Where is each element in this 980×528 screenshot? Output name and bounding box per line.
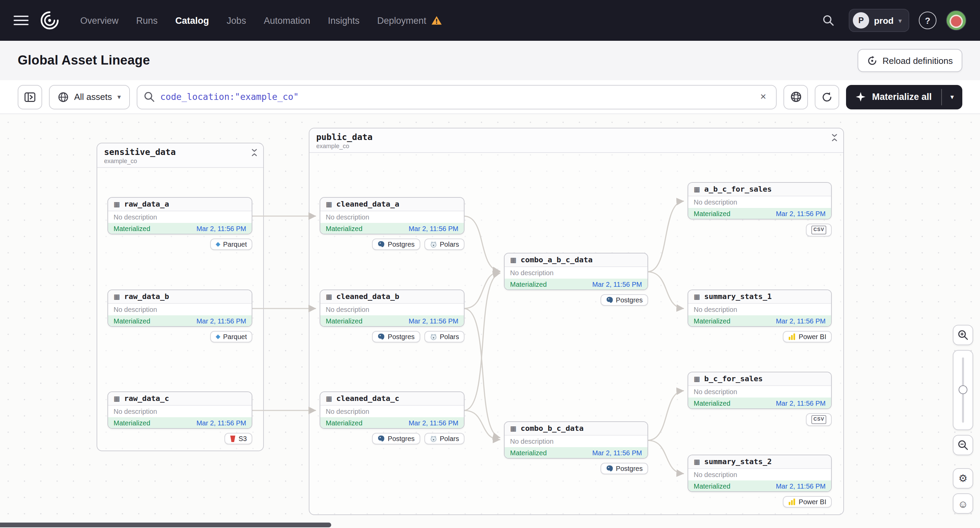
chevron-down-icon: ▾ (898, 17, 902, 24)
asset-card[interactable]: ▦summary_stats_1 No description Material… (687, 290, 832, 327)
asset-card[interactable]: ▦summary_stats_2 No description Material… (687, 455, 832, 492)
asset-card[interactable]: ▦combo_a_b_c_data No description Materia… (504, 253, 648, 290)
nav-item-deployment[interactable]: Deployment (377, 15, 426, 25)
tag-parquet[interactable]: ◆Parquet (210, 238, 252, 250)
menu-icon[interactable] (14, 16, 29, 25)
status-badge: Materialized (694, 317, 730, 325)
tag-polars[interactable]: Polars (424, 331, 465, 342)
asset-card[interactable]: ▦b_c_for_sales No description Materializ… (687, 372, 832, 409)
status-badge: Materialized (114, 225, 150, 232)
asset-card[interactable]: ▦a_b_c_for_sales No description Material… (687, 182, 832, 219)
dagster-logo[interactable] (38, 9, 61, 32)
deployment-switcher[interactable]: P prod ▾ (849, 9, 909, 32)
materialize-options-caret[interactable]: ▾ (942, 85, 963, 109)
graph-settings-icon[interactable] (783, 85, 808, 109)
asset-node-b-c-for-sales: ▦b_c_for_sales No description Materializ… (687, 372, 832, 426)
view-controls: ⚙ ☺ (953, 325, 973, 514)
asset-card[interactable]: ▦cleaned_data_a No description Materiali… (320, 197, 465, 235)
nav-item-runs[interactable]: Runs (136, 15, 158, 25)
materialization-timestamp: Mar 2, 11:56 PM (776, 209, 826, 217)
lineage-toolbar: All assets ▾ × Materialize all ▾ (0, 80, 980, 114)
asset-card[interactable]: ▦raw_data_b No description MaterializedM… (107, 290, 252, 327)
postgres-icon (377, 241, 385, 248)
materialization-timestamp: Mar 2, 11:56 PM (197, 225, 246, 232)
asset-description: No description (504, 267, 648, 279)
asset-card[interactable]: ▦cleaned_data_b No description Materiali… (320, 290, 465, 327)
tag-polars[interactable]: Polars (424, 238, 465, 250)
asset-node-raw-data-b: ▦raw_data_b No description MaterializedM… (107, 290, 252, 342)
search-icon (143, 91, 155, 102)
tag-postgres[interactable]: Postgres (372, 433, 420, 444)
deployment-avatar: P (853, 12, 869, 29)
table-icon: ▦ (326, 201, 332, 208)
reload-definitions-button[interactable]: Reload definitions (857, 49, 963, 72)
help-icon[interactable]: ? (919, 11, 937, 29)
tag-postgres[interactable]: Postgres (372, 331, 420, 342)
tag-postgres[interactable]: Postgres (372, 238, 420, 250)
zoom-in-icon[interactable] (953, 325, 973, 345)
asset-card[interactable]: ▦raw_data_a No description MaterializedM… (107, 197, 252, 235)
status-badge: Materialized (510, 280, 547, 288)
zoom-out-icon[interactable] (953, 435, 973, 455)
asset-description: No description (688, 469, 831, 480)
user-avatar[interactable] (946, 10, 966, 30)
table-icon: ▦ (694, 376, 700, 382)
lineage-canvas[interactable]: sensitive_data example_co public_data ex… (0, 114, 980, 528)
clear-search-icon[interactable]: × (756, 89, 770, 103)
asset-filter-dropdown[interactable]: All assets ▾ (49, 85, 130, 109)
asset-card[interactable]: ▦cleaned_data_c No description Materiali… (320, 392, 465, 429)
tag-csv[interactable]: CSV (806, 413, 832, 426)
postgres-icon (606, 465, 613, 472)
table-icon: ▦ (510, 257, 517, 263)
toggle-sidebar-icon[interactable] (18, 85, 42, 109)
feedback-face-icon[interactable]: ☺ (953, 493, 973, 514)
horizontal-scrollbar[interactable] (0, 523, 331, 527)
asset-description: No description (320, 211, 464, 223)
polars-icon (430, 435, 437, 442)
postgres-icon (377, 333, 385, 341)
status-badge: Materialized (694, 209, 730, 217)
refresh-icon[interactable] (815, 85, 839, 109)
asset-node-summary-stats-2: ▦summary_stats_2 No description Material… (687, 455, 832, 507)
polars-icon (430, 333, 437, 341)
tag-parquet[interactable]: ◆Parquet (210, 331, 252, 342)
asset-card[interactable]: ▦combo_b_c_data No description Materiali… (504, 421, 648, 459)
materialize-all-split-button: Materialize all ▾ (846, 85, 963, 109)
chevron-down-icon: ▾ (117, 93, 121, 101)
nav-item-automation[interactable]: Automation (264, 15, 310, 25)
page-header: Global Asset Lineage Reload definitions (0, 41, 980, 80)
tag-power-bi[interactable]: Power BI (783, 331, 832, 342)
search-icon[interactable] (818, 10, 839, 31)
materialization-timestamp: Mar 2, 11:56 PM (197, 317, 246, 325)
asset-description: No description (108, 211, 251, 223)
nav-item-jobs[interactable]: Jobs (227, 15, 246, 25)
parquet-icon: ◆ (216, 334, 220, 340)
nav-item-insights[interactable]: Insights (328, 15, 360, 25)
table-icon: ▦ (114, 395, 120, 402)
asset-card[interactable]: ▦raw_data_c No description MaterializedM… (107, 392, 252, 429)
asset-node-cleaned-data-a: ▦cleaned_data_a No description Materiali… (320, 197, 465, 250)
nav-item-catalog[interactable]: Catalog (175, 15, 209, 25)
search-input[interactable] (136, 85, 776, 109)
nav-item-overview[interactable]: Overview (80, 15, 119, 25)
status-badge: Materialized (694, 399, 730, 407)
asset-description: No description (108, 406, 251, 417)
status-badge: Materialized (510, 449, 547, 456)
tag-csv[interactable]: CSV (806, 224, 832, 236)
materialize-all-button[interactable]: Materialize all (846, 85, 941, 109)
tag-power-bi[interactable]: Power BI (783, 496, 832, 507)
tag-polars[interactable]: Polars (424, 433, 465, 444)
tag-postgres[interactable]: Postgres (600, 294, 648, 306)
table-icon: ▦ (694, 186, 700, 193)
asset-description: No description (320, 406, 464, 417)
materialization-timestamp: Mar 2, 11:56 PM (592, 449, 642, 456)
zoom-slider-thumb[interactable] (959, 385, 967, 394)
status-badge: Materialized (326, 317, 363, 325)
asset-node-raw-data-a: ▦raw_data_a No description MaterializedM… (107, 197, 252, 250)
zoom-slider[interactable] (953, 350, 973, 430)
tag-postgres[interactable]: Postgres (600, 463, 648, 474)
tag-s3[interactable]: S3 (224, 433, 252, 444)
materialization-timestamp: Mar 2, 11:56 PM (776, 317, 826, 325)
asset-description: No description (688, 304, 831, 315)
gear-icon[interactable]: ⚙ (953, 468, 973, 488)
